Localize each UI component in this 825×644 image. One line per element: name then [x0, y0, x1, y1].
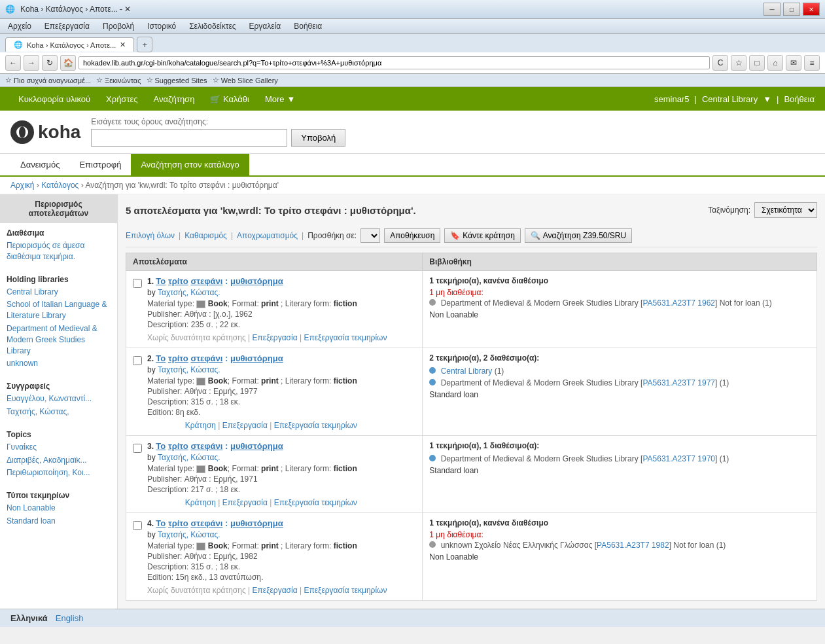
- bookmark-start[interactable]: ☆ Ξεκινώντας: [96, 76, 141, 84]
- decolorize-link[interactable]: Αποχρωματισμός: [237, 231, 298, 240]
- search-submit-button[interactable]: Υποβολή: [291, 129, 345, 147]
- menu-history[interactable]: Ιστορικό: [145, 20, 179, 32]
- search-z-button[interactable]: 🔍 Αναζήτηση Z39.50/SRU: [525, 228, 632, 243]
- nav-users[interactable]: Χρήστες: [98, 89, 146, 109]
- result-checkbox-4[interactable]: [133, 521, 142, 530]
- breadcrumb-catalog[interactable]: Κατάλογος: [41, 181, 79, 190]
- hold-link-3[interactable]: Κράτηση: [185, 498, 216, 507]
- url-input[interactable]: [79, 56, 710, 69]
- nav-search[interactable]: Αναζήτηση: [146, 89, 203, 109]
- rss-icon[interactable]: □: [749, 55, 765, 71]
- nav-circulation[interactable]: Κυκλοφορία υλικού: [10, 89, 98, 109]
- nav-basket[interactable]: 🛒 Καλάθι: [202, 89, 257, 109]
- menu-file[interactable]: Αρχείο: [5, 20, 34, 32]
- add-to-select[interactable]: [360, 228, 380, 243]
- result-author-link-3[interactable]: Ταχτσής, Κώστας.: [158, 453, 220, 462]
- edit-link-4[interactable]: Επεξεργασία: [253, 586, 298, 595]
- edit-link-2[interactable]: Επεξεργασία: [222, 421, 268, 430]
- lang-english-link[interactable]: English: [56, 613, 84, 623]
- home-addr-icon[interactable]: ⌂: [767, 55, 783, 71]
- sidebar-link-topic3[interactable]: Περιθωριοποίηση, Κοι...: [7, 467, 111, 478]
- bookmark-frequent[interactable]: ☆ Πιο συχνά αναγνωσμέ...: [5, 76, 91, 84]
- menu-bookmarks[interactable]: Σελιδοδείκτες: [186, 20, 238, 32]
- menu-view[interactable]: Προβολή: [100, 20, 137, 32]
- result-title-link-1[interactable]: Το τρίτο στεφάνι : μυθιστόρημα: [156, 276, 283, 286]
- tab-catalog-search[interactable]: Αναζήτηση στον κατάλογο: [131, 154, 249, 175]
- tab-close-icon[interactable]: ✕: [120, 41, 126, 49]
- result-publisher-2: Publisher: Αθήνα : Ερμής, 1977: [147, 387, 357, 396]
- window-controls[interactable]: ─ □ ✕: [764, 3, 820, 16]
- close-button[interactable]: ✕: [803, 3, 820, 16]
- select-all-link[interactable]: Επιλογή όλων: [126, 231, 175, 240]
- result-checkbox-2[interactable]: [133, 356, 142, 365]
- result-author-link-1[interactable]: Ταχτσής, Κώστας.: [158, 288, 220, 297]
- sidebar-link-nonloanable[interactable]: Non Loanable: [7, 503, 111, 514]
- save-button[interactable]: Αποθήκευση: [384, 228, 440, 243]
- sidebar-link-author2[interactable]: Ταχτσής, Κώστας,: [7, 406, 111, 418]
- bookmark-webslice[interactable]: ☆ Web Slice Gallery: [213, 76, 278, 84]
- result-author-link-2[interactable]: Ταχτσής, Κώστας.: [158, 365, 220, 374]
- edit-link-1[interactable]: Επεξεργασία: [253, 333, 298, 342]
- edit-items-link-2[interactable]: Επεξεργασία τεκμηρίων: [274, 421, 357, 430]
- hold-button[interactable]: 🔖 Κάντε κράτηση: [444, 228, 520, 243]
- edit-items-link-3[interactable]: Επεξεργασία τεκμηρίων: [274, 498, 357, 507]
- refresh-icon[interactable]: C: [712, 55, 728, 71]
- sidebar-link-unknown[interactable]: unknown: [7, 358, 111, 369]
- sidebar-authors-title: Συγγραφείς: [7, 382, 111, 391]
- callnum-link-2[interactable]: PA5631.A23T7 1977: [642, 378, 715, 387]
- col-library: Βιβλιοθήκη: [423, 253, 817, 271]
- bookmark-star-icon[interactable]: ☆: [731, 55, 746, 71]
- sidebar-link-author1[interactable]: Ευαγγέλου, Κωνσταντί...: [7, 393, 111, 404]
- callnum-link-4[interactable]: PA5631.A23T7 1982: [597, 541, 669, 550]
- callnum-link-1[interactable]: PA5631.A23T7 1962: [642, 298, 715, 308]
- nav-more[interactable]: More ▼: [257, 89, 304, 109]
- library-chevron-icon: ▼: [763, 94, 771, 104]
- help-link[interactable]: Βοήθεια: [784, 94, 815, 104]
- library-link[interactable]: Central Library: [702, 94, 758, 104]
- result-title-link-3[interactable]: Το τρίτο στεφάνι : μυθιστόρημα: [156, 441, 283, 451]
- active-tab[interactable]: 🌐 Koha › Κατάλογος › Αποτε... ✕: [5, 37, 134, 52]
- tab-return[interactable]: Επιστροφή: [69, 154, 131, 175]
- breadcrumb-home[interactable]: Αρχική: [10, 181, 34, 190]
- result-title-link-4[interactable]: Το τρίτο στεφάνι : μυθιστόρημα: [156, 518, 283, 528]
- menu-icon[interactable]: ≡: [804, 55, 820, 71]
- reload-button[interactable]: ↻: [42, 55, 58, 71]
- sidebar-link-available[interactable]: Περιορισμός σε άμεσα διαθέσιμα τεκμήρια.: [7, 240, 111, 262]
- edit-link-3[interactable]: Επεξεργασία: [222, 498, 268, 507]
- clear-link[interactable]: Καθαρισμός: [184, 231, 227, 240]
- edit-items-link-1[interactable]: Επεξεργασία τεκμηρίων: [304, 333, 387, 342]
- bookmark-suggested[interactable]: ☆ Suggested Sites: [147, 76, 207, 84]
- edit-items-link-4[interactable]: Επεξεργασία τεκμηρίων: [304, 586, 387, 595]
- library-detail-3: Department of Medieval & Modern Greek St…: [429, 453, 810, 476]
- search-input[interactable]: [91, 129, 287, 147]
- sidebar-link-topic2[interactable]: Διατριβές, Ακαδημαϊκ...: [7, 455, 111, 466]
- result-author-link-4[interactable]: Ταχτσής, Κώστας.: [158, 530, 220, 539]
- add-to-label: Προσθήκη σε:: [307, 231, 357, 240]
- hold-link-2[interactable]: Κράτηση: [185, 421, 216, 430]
- callnum-link-3[interactable]: PA5631.A23T7 1970: [642, 454, 715, 463]
- menu-edit[interactable]: Επεξεργασία: [42, 20, 92, 32]
- sidebar-link-topic1[interactable]: Γυναίκες: [7, 442, 111, 453]
- central-library-link-2[interactable]: Central Library: [441, 367, 493, 376]
- result-title-link-2[interactable]: Το τρίτο στεφάνι : μυθιστόρημα: [156, 353, 283, 363]
- menu-tools[interactable]: Εργαλεία: [247, 20, 284, 32]
- back-button[interactable]: ←: [5, 55, 21, 71]
- forward-button[interactable]: →: [24, 55, 39, 71]
- breadcrumb-current: Αναζήτηση για 'kw,wrdl: Το τρίτο στεφάνι…: [85, 181, 279, 190]
- sidebar-link-italian[interactable]: School of Italian Language & Literature …: [7, 299, 111, 321]
- sidebar-link-central-library[interactable]: Central Library: [7, 287, 111, 298]
- new-tab-button[interactable]: +: [137, 37, 152, 52]
- result-checkbox-3[interactable]: [133, 444, 142, 453]
- sort-select[interactable]: Σχετικότητα: [754, 202, 817, 218]
- user-link[interactable]: seminar5: [654, 94, 689, 104]
- minimize-button[interactable]: ─: [764, 3, 781, 16]
- result-meta-4a: Material type: Book; Format: print ; Lit…: [147, 541, 387, 550]
- tab-checkout[interactable]: Δανεισμός: [10, 154, 69, 175]
- result-checkbox-1[interactable]: [133, 279, 142, 288]
- maximize-button[interactable]: □: [783, 3, 800, 16]
- sidebar-link-standardloan[interactable]: Standard loan: [7, 516, 111, 527]
- home-button[interactable]: 🏠: [60, 55, 76, 71]
- menu-help[interactable]: Βοήθεια: [291, 20, 325, 32]
- sidebar-link-medieval[interactable]: Department of Medieval & Modern Greek St…: [7, 323, 111, 356]
- mail-icon[interactable]: ✉: [786, 55, 801, 71]
